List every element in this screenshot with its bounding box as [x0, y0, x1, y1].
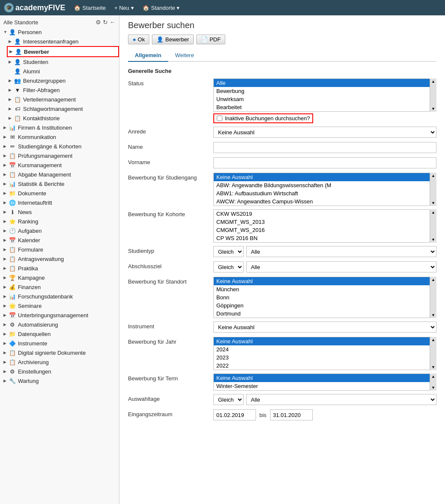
scroll-up-icon[interactable]: ▲ — [431, 338, 435, 342]
sidebar-item-automatisierung[interactable]: ▶ ⚙ Automatisierung — [0, 320, 119, 329]
sidebar-item-studenten[interactable]: ▶ 👤 Studenten — [7, 57, 119, 67]
sidebar-item-finanzen[interactable]: ▶ 💰 Finanzen — [0, 282, 119, 292]
scroll-up-icon[interactable]: ▲ — [431, 79, 435, 84]
jahr-option-2023[interactable]: 2023 — [214, 353, 436, 362]
sidebar-item-aufgaben[interactable]: ▶ 🕐 Aufgaben — [0, 226, 119, 235]
sidebar-item-interessentenanfragen[interactable]: ▶ 👤 Interessentenanfragen — [7, 37, 119, 46]
status-listbox[interactable]: Alle Bewerbung Unwirksam Bearbeitet — [213, 78, 436, 112]
kohorte-option-cmgmt2016[interactable]: CMGMT_WS_2016 — [214, 226, 436, 234]
studiengang-option-abw[interactable]: ABW: Angewandte Bildungswissenschaften (… — [214, 181, 436, 189]
sidebar-item-ranking[interactable]: ▶ ⭐ Ranking — [0, 217, 119, 226]
sidebar-item-digital-docs[interactable]: ▶ 📋 Digital signierte Dokumente — [0, 348, 119, 357]
sidebar-item-verteilermanagement[interactable]: ▶ 📋 Verteilermanagement — [7, 95, 119, 104]
pdf-button[interactable]: 📄 PDF — [196, 35, 225, 44]
sidebar-item-bewerber[interactable]: ▶ 👤 Bewerber — [7, 46, 119, 57]
term-option-winter[interactable]: Winter-Semester — [214, 382, 436, 390]
standort-option-bonn[interactable]: Bonn — [214, 293, 436, 301]
jahr-listbox[interactable]: Keine Auswahl 2024 2023 2022 — [213, 337, 436, 370]
studiengang-option-awcw[interactable]: AWCW: Angewandtes Campus-Wissen — [214, 197, 436, 206]
kohorte-listbox[interactable]: CKW WS2019 CMGMT_WS_2013 CMGMT_WS_2016 C… — [213, 209, 436, 243]
scroll-up-icon[interactable]: ▲ — [431, 174, 435, 178]
standort-option-keine[interactable]: Keine Auswahl — [214, 277, 436, 285]
studiengang-listbox[interactable]: Keine Auswahl ABW: Angewandte Bildungswi… — [213, 173, 436, 206]
sidebar-item-kommunikation[interactable]: ▶ ✉ Kommunikation — [0, 132, 119, 142]
tab-allgemein[interactable]: Allgemein — [128, 49, 168, 62]
inactive-checkbox[interactable] — [217, 116, 222, 121]
scroll-down-icon[interactable]: ▼ — [431, 365, 435, 369]
sidebar-item-benutzergruppen[interactable]: ▶ 👥 Benutzergruppen — [7, 76, 119, 85]
studiengang-option-abw1[interactable]: ABW1: Aufbaustudium Wirtschaft — [214, 189, 436, 197]
name-input[interactable] — [213, 142, 436, 153]
sidebar-item-wartung[interactable]: ▶ 🔧 Wartung — [0, 376, 119, 385]
auswahltage-operator-select[interactable]: Gleich — [213, 394, 244, 405]
back-icon[interactable]: ← — [110, 19, 116, 26]
scroll-up-icon[interactable]: ▲ — [431, 374, 435, 379]
sidebar-item-forschung[interactable]: ▶ 📊 Forschungsdatenbank — [0, 292, 119, 301]
date-to-input[interactable] — [270, 409, 313, 420]
jahr-option-2024[interactable]: 2024 — [214, 345, 436, 353]
scroll-down-icon[interactable]: ▼ — [431, 238, 435, 242]
status-option-unwirksam[interactable]: Unwirksam — [214, 95, 436, 103]
sidebar-item-studiengaenge[interactable]: ▶ ✏ Studiengänge & Kohorten — [0, 142, 119, 151]
sidebar-item-unterbringung[interactable]: ▶ 📅 Unterbringungsmanagement — [0, 310, 119, 320]
standort-listbox[interactable]: Keine Auswahl München Bonn Göppingen Dor… — [213, 277, 436, 318]
sidebar-item-praktika[interactable]: ▶ 📋 Praktika — [0, 264, 119, 273]
sidebar-item-abgabe[interactable]: ▶ 📋 Abgabe Management — [0, 170, 119, 179]
standort-option-goeppingen[interactable]: Göppingen — [214, 301, 436, 310]
ok-button[interactable]: ● Ok — [128, 35, 149, 44]
nav-neu[interactable]: + Neu ▾ — [114, 5, 134, 11]
studiengang-option-keine[interactable]: Keine Auswahl — [214, 173, 436, 181]
nav-startseite[interactable]: 🏠 Startseite — [74, 5, 106, 11]
scroll-down-icon[interactable]: ▼ — [431, 385, 435, 390]
date-from-input[interactable] — [213, 409, 256, 420]
sidebar-item-seminare[interactable]: ▶ 🌟 Seminare — [0, 301, 119, 310]
abschlussziel-operator-select[interactable]: Gleich — [213, 261, 244, 272]
sidebar-item-kampagne[interactable]: ▶ 🏆 Kampagne — [0, 273, 119, 282]
studientyp-operator-select[interactable]: Gleich — [213, 246, 244, 257]
refresh-icon[interactable]: ↻ — [103, 19, 108, 26]
status-option-bearbeitet[interactable]: Bearbeitet — [214, 103, 436, 111]
abschlussziel-value-select[interactable]: Alle — [246, 261, 436, 272]
scroll-down-icon[interactable]: ▼ — [431, 313, 435, 317]
tab-weitere[interactable]: Weitere — [168, 49, 201, 62]
sidebar-item-pruefungsmanagement[interactable]: ▶ 📋 Prüfungsmanagement — [0, 151, 119, 160]
bewerber-button[interactable]: 👤 Bewerber — [152, 35, 194, 44]
anrede-select[interactable]: Keine Auswahl — [213, 127, 436, 138]
sidebar-item-datenquellen[interactable]: ▶ 📁 Datenquellen — [0, 329, 119, 339]
sidebar-item-formulare[interactable]: ▶ 📋 Formulare — [0, 245, 119, 254]
sidebar-item-schlagwortmanagement[interactable]: ▶ 🏷 Schlagwortmanagement — [7, 104, 119, 113]
studientyp-value-select[interactable]: Alle — [246, 246, 436, 257]
sidebar-item-filter-abfragen[interactable]: ▶ ▼ Filter-Abfragen — [7, 85, 119, 95]
kohorte-option-cp[interactable]: CP WS 2016 BN — [214, 234, 436, 242]
scroll-down-icon[interactable]: ▼ — [431, 107, 435, 111]
status-option-bewerbung[interactable]: Bewerbung — [214, 87, 436, 95]
kohorte-option-cmgmt2013[interactable]: CMGMT_WS_2013 — [214, 218, 436, 226]
kohorte-option-ckw[interactable]: CKW WS2019 — [214, 210, 436, 218]
vorname-input[interactable] — [213, 157, 436, 168]
auswahltage-value-select[interactable]: Alle — [246, 394, 436, 405]
sidebar-item-einstellungen[interactable]: ▶ ⚙ Einstellungen — [0, 367, 119, 376]
jahr-option-keine[interactable]: Keine Auswahl — [214, 337, 436, 345]
sidebar-item-alumni[interactable]: 👤 Alumni — [7, 67, 119, 76]
standort-option-dortmund[interactable]: Dortmund — [214, 310, 436, 318]
sidebar-item-firmen[interactable]: ▶ 📊 Firmen & Institutionen — [0, 123, 119, 132]
scroll-up-icon[interactable]: ▲ — [431, 278, 435, 282]
sidebar-item-instrumente[interactable]: ▶ 🔷 Instrumente — [0, 339, 119, 348]
nav-standorte[interactable]: 🏠 Standorte ▾ — [143, 5, 180, 11]
sidebar-item-personen[interactable]: ▼ 👤 Personen — [0, 27, 119, 37]
term-option-keine[interactable]: Keine Auswahl — [214, 374, 436, 382]
status-option-alle[interactable]: Alle — [214, 79, 436, 87]
sidebar-item-kalender[interactable]: ▶ 📅 Kalender — [0, 235, 119, 245]
sidebar-item-archivierung[interactable]: ▶ 📋 Archivierung — [0, 357, 119, 367]
standort-option-muenchen[interactable]: München — [214, 285, 436, 293]
sidebar-item-dokumente[interactable]: ▶ 📁 Dokumente — [0, 188, 119, 198]
sidebar-item-kursmanagement[interactable]: ▶ 📅 Kursmanagement — [0, 160, 119, 170]
grid-icon[interactable]: ⚙ — [96, 19, 101, 26]
sidebar-item-antragsverwaltung[interactable]: ▶ 📋 Antragsverwaltung — [0, 254, 119, 264]
term-listbox[interactable]: Keine Auswahl Winter-Semester — [213, 374, 436, 391]
sidebar-item-news[interactable]: ▶ ℹ News — [0, 207, 119, 217]
sidebar-item-statistik[interactable]: ▶ 📊 Statistik & Berichte — [0, 179, 119, 188]
sidebar-item-kontakthistorie[interactable]: ▶ 📋 Kontakthistorie — [7, 113, 119, 123]
jahr-option-2022[interactable]: 2022 — [214, 362, 436, 370]
instrument-select[interactable]: Keine Auswahl — [213, 322, 436, 333]
